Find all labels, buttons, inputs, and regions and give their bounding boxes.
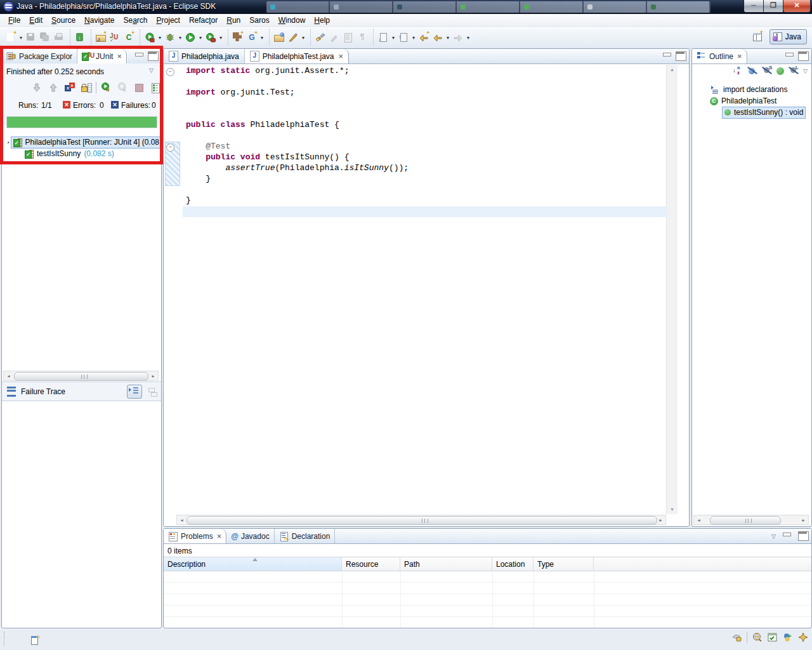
hide-fields-icon[interactable] [747,66,757,76]
tab-philadelphiatest-java[interactable]: J PhiladelphiaTest.java ✕ [245,49,349,63]
annotate-button[interactable] [286,30,300,44]
junit-status-menu-chevron[interactable]: ▽ [149,67,154,74]
menu-source[interactable]: Source [47,15,80,26]
coverage-dropdown[interactable]: ▾ [157,30,163,44]
maximize-outline-icon[interactable] [798,51,809,61]
code-line[interactable]: @Test [186,142,409,152]
test-window-icon[interactable] [768,632,778,642]
test-run-history-button[interactable] [148,81,162,95]
coverage-button[interactable] [143,30,157,44]
fold-collapse-icon[interactable]: − [166,143,174,152]
junit-suite-row[interactable]: ✓ PhiladelphiaTest [Runner: JUnit 4] (0.… [2,136,161,148]
next-annotation-button[interactable]: ↓ [376,30,390,44]
compare-trace-icon[interactable] [147,387,157,397]
editor-horizontal-scrollbar[interactable]: ◂ ▸ [176,515,666,525]
outline-horizontal-scrollbar[interactable]: ◂ ▸ [693,515,809,525]
next-annotation-dropdown[interactable]: ▾ [390,30,396,44]
outline-method-row[interactable]: testIsItSunny() : void [692,107,811,118]
fold-collapse-icon[interactable]: − [166,68,174,76]
column-description[interactable]: Description [164,557,342,571]
hide-non-public-members-icon[interactable] [776,67,784,75]
run-dropdown[interactable]: ▾ [197,30,204,44]
show-trace-toggle[interactable] [127,385,142,399]
restore-fast-view-icon[interactable]: ✧ [30,633,41,644]
tab-junit[interactable]: ✓JU JUnit ✕ [77,49,127,63]
code-line[interactable]: import org.junit.Test; [186,88,409,98]
code-line[interactable]: public class PhiladelphiaTest { [186,120,409,131]
maximize-view-icon[interactable] [148,51,159,61]
mark-occurrences-button[interactable] [327,30,341,44]
new-junit-test-button[interactable]: JU✓ [108,30,122,44]
new-class-button[interactable]: C [122,30,136,44]
run-external-tools-button[interactable] [204,30,218,44]
menu-navigate[interactable]: Navigate [80,15,119,26]
code-line[interactable]: } [186,174,409,185]
maximize-editor-icon[interactable] [676,51,686,61]
menu-file[interactable]: File [4,15,25,26]
table-row[interactable] [164,605,811,617]
rerun-failed-tests-button[interactable] [115,81,129,95]
search-button[interactable] [313,30,327,44]
save-button[interactable] [24,30,38,44]
bottom-view-menu-chevron[interactable]: ▽ [771,533,776,541]
outline-class-row[interactable]: C PhiladelphiaTest [692,95,811,107]
code-line[interactable] [186,131,409,142]
tab-problems[interactable]: Problems ✕ [164,529,226,543]
code-line[interactable] [186,185,409,196]
print-button[interactable] [52,30,66,44]
close-editor-tab-icon[interactable]: ✕ [338,53,343,60]
minimize-editor-icon[interactable] [662,51,672,60]
web-browser-icon[interactable] [752,632,763,642]
tab-philadelphia-java[interactable]: J Philadelphia.java [164,49,245,63]
code-line[interactable]: public void testIsItSunny() { [186,152,409,163]
rerun-test-button[interactable] [99,81,113,95]
hide-static-members-icon[interactable]: S [762,66,772,76]
compass-icon[interactable] [798,632,808,642]
tab-declaration[interactable]: ↷ Declaration [275,529,336,543]
last-edit-location-button[interactable] [417,30,431,44]
new-java-project-button[interactable]: J [94,30,108,44]
failure-trace-menu-icon[interactable] [7,387,16,397]
code-line[interactable]: } [186,196,409,206]
junit-test-row[interactable]: ✓ testIsItSunny (0.082 s) [2,148,161,159]
code-line[interactable]: import static org.junit.Assert.*; [186,66,409,77]
column-resource[interactable]: Resource [342,557,400,571]
tab-outline[interactable]: Outline ✕ [692,49,747,63]
tab-package-explorer[interactable]: Package Explor [2,49,77,63]
gwt-compile-dropdown[interactable]: ▾ [259,30,265,44]
minimize-bottom-icon[interactable] [782,531,792,540]
tree-expanded-icon[interactable] [7,139,10,145]
minimize-button[interactable]: ─ [743,0,764,13]
code-line[interactable] [186,98,409,109]
table-row[interactable] [164,571,811,583]
menu-run[interactable]: Run [222,15,245,26]
minimize-outline-icon[interactable] [785,51,794,60]
menu-refactor[interactable]: Refactor [185,15,222,26]
table-row[interactable] [164,594,811,606]
column-location[interactable]: Location [492,557,534,571]
code-editor[interactable]: − − import static org.junit.Assert.*;imp… [164,64,689,526]
show-whitespace-button[interactable]: ¶ [355,30,369,44]
new-plugin-button[interactable] [231,30,245,44]
maximize-bottom-icon[interactable] [798,531,809,541]
menu-help[interactable]: Help [310,15,334,26]
close-outline-tab-icon[interactable]: ✕ [737,53,742,60]
table-row[interactable] [164,616,811,628]
close-button[interactable]: ✕ [783,0,811,13]
annotate-dropdown[interactable]: ▾ [300,30,306,44]
previous-annotation-button[interactable]: ↑ [396,30,410,44]
previous-annotation-dropdown[interactable]: ▾ [410,30,417,44]
debug-dropdown[interactable]: ▾ [177,30,183,44]
gwt-compile-button[interactable]: G [245,30,259,44]
saros-share-icon[interactable] [731,632,742,642]
show-failures-only-toggle[interactable]: xx [63,81,77,95]
outline-view-menu-chevron[interactable]: ▽ [803,68,808,74]
outline-imports-row[interactable]: import declarations [692,84,811,95]
debug-button[interactable] [163,30,177,44]
run-external-tools-dropdown[interactable]: ▾ [218,30,224,44]
new-wizard-button[interactable] [4,30,18,44]
stop-test-button[interactable] [132,81,146,95]
column-type[interactable]: Type [534,557,594,571]
menu-edit[interactable]: Edit [25,15,47,26]
import-button[interactable] [272,30,286,44]
